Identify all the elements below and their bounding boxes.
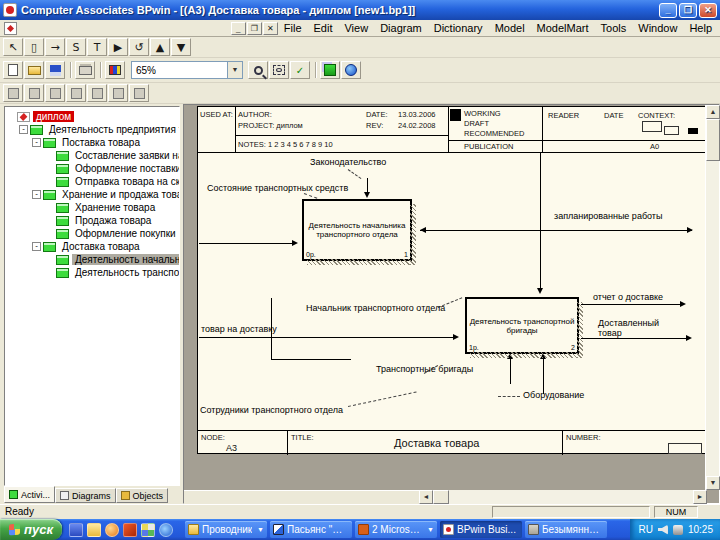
- color-button[interactable]: [105, 61, 125, 79]
- arrow-label-equipment[interactable]: Оборудование: [523, 390, 584, 400]
- tree-item[interactable]: - Отправка товара на склад: [5, 175, 179, 188]
- print-button[interactable]: [75, 61, 95, 79]
- mdi-minimize-button[interactable]: _: [231, 22, 246, 35]
- zoom-area-button[interactable]: [269, 61, 289, 79]
- tree-item[interactable]: - Составление заявки на пост: [5, 149, 179, 162]
- menu-dictionary[interactable]: Dictionary: [428, 21, 489, 35]
- web-publish-button[interactable]: [341, 61, 361, 79]
- text-tool-button[interactable]: T: [87, 38, 107, 56]
- horizontal-scrollbar[interactable]: ◄ ►: [419, 490, 707, 505]
- arrow-label-manager[interactable]: Начальник транспортного отдела: [306, 303, 445, 313]
- ql-folder-icon[interactable]: [87, 523, 101, 537]
- tree-expander[interactable]: -: [32, 190, 41, 199]
- lock-tool-button-2[interactable]: [24, 84, 44, 102]
- activity-green-tool-button-2[interactable]: [108, 84, 128, 102]
- tree-item[interactable]: - Оформление поставки товар: [5, 162, 179, 175]
- activity-box-manager[interactable]: Деятельность начальника транспортного от…: [302, 199, 412, 261]
- sibling-rotate-button[interactable]: ↺: [129, 38, 149, 56]
- arrow-label-vehicle-state[interactable]: Состояние транспортных средств: [207, 183, 348, 193]
- tree-item[interactable]: - Деятельность транспортной: [5, 266, 179, 279]
- scroll-left-button[interactable]: ◄: [419, 490, 433, 504]
- arrow-label-goods-for-delivery[interactable]: товар на доставку: [201, 324, 277, 334]
- horizontal-scroll-thumb[interactable]: [433, 490, 449, 504]
- pointer-tool-button[interactable]: ↖: [3, 38, 23, 56]
- tree-item[interactable]: - Деятельность начальника т: [5, 253, 179, 266]
- volume-icon[interactable]: [658, 525, 668, 535]
- tab-diagrams[interactable]: Diagrams: [55, 488, 116, 503]
- tree-item[interactable]: - Доставка товара: [5, 240, 179, 253]
- scroll-right-button[interactable]: ►: [693, 490, 707, 504]
- tab-activities[interactable]: Activi...: [4, 486, 55, 503]
- report-tool-button[interactable]: [66, 84, 86, 102]
- mdi-close-button[interactable]: ✕: [263, 22, 278, 35]
- tree-expander[interactable]: -: [19, 125, 28, 134]
- activity-green-tool-button-3[interactable]: [129, 84, 149, 102]
- save-button[interactable]: [45, 61, 65, 79]
- tree-expander[interactable]: -: [32, 242, 41, 251]
- zoom-dropdown-button[interactable]: ▼: [227, 62, 242, 78]
- tree-item[interactable]: - Хранение товара: [5, 201, 179, 214]
- taskbar-button-bpwin[interactable]: BPwin Busi... ▼: [440, 521, 522, 538]
- taskbar-button-solitaire[interactable]: Пасьянс "Паук" ▼: [270, 521, 352, 538]
- grid-tool-button[interactable]: [45, 84, 65, 102]
- menu-edit[interactable]: Edit: [308, 21, 339, 35]
- menu-file[interactable]: File: [278, 21, 308, 35]
- menu-tools[interactable]: Tools: [595, 21, 633, 35]
- arrow-label-delivery-report[interactable]: отчет о доставке: [593, 292, 663, 302]
- ql-ie-icon[interactable]: [159, 523, 173, 537]
- menu-model[interactable]: Model: [489, 21, 531, 35]
- arrow-tool-button[interactable]: →: [45, 38, 65, 56]
- scroll-down-button[interactable]: ▼: [706, 476, 720, 490]
- arrow-label-planned-works[interactable]: запланированные работы: [554, 211, 662, 221]
- squiggle-tool-button[interactable]: S: [66, 38, 86, 56]
- open-file-button[interactable]: [24, 61, 44, 79]
- tree-item[interactable]: - Хранение и продажа товара: [5, 188, 179, 201]
- model-explorer-button[interactable]: [320, 61, 340, 79]
- activity-box-tool-button[interactable]: ▯: [24, 38, 44, 56]
- tree-item[interactable]: - Деятельность предприятия торгов: [5, 123, 179, 136]
- spell-check-button[interactable]: ✓: [290, 61, 310, 79]
- tree-item-model[interactable]: - диплом: [5, 110, 179, 123]
- tree-expander[interactable]: -: [32, 138, 41, 147]
- arrow-label-transport-crews[interactable]: Транспортные бригады: [376, 364, 473, 374]
- taskbar-button-office[interactable]: 2 Microsoft... ▼: [355, 521, 437, 538]
- menu-modelmart[interactable]: ModelMart: [531, 21, 595, 35]
- new-file-button[interactable]: [3, 61, 23, 79]
- horizontal-scroll-track[interactable]: [449, 490, 693, 505]
- zoom-in-button[interactable]: [248, 61, 268, 79]
- restore-button[interactable]: ❐: [679, 3, 697, 18]
- menu-view[interactable]: View: [338, 21, 374, 35]
- activity-green-tool-button-1[interactable]: [87, 84, 107, 102]
- ql-media-icon[interactable]: [123, 523, 137, 537]
- activity-box-crew[interactable]: Деятельность транспортной бригады 1р. 2: [465, 297, 579, 354]
- arrow-label-legislation[interactable]: Законодательство: [310, 157, 386, 167]
- close-button[interactable]: ✕: [699, 3, 717, 18]
- ql-desktop-icon[interactable]: [141, 523, 155, 537]
- menu-diagram[interactable]: Diagram: [374, 21, 428, 35]
- scroll-up-button[interactable]: ▲: [706, 105, 720, 119]
- start-button[interactable]: пуск: [0, 519, 62, 540]
- arrow-label-delivered-goods[interactable]: Доставленный товар: [598, 318, 678, 338]
- minimize-button[interactable]: _: [659, 3, 677, 18]
- language-indicator[interactable]: RU: [639, 524, 653, 535]
- ql-floppy-icon[interactable]: [69, 523, 83, 537]
- tab-objects[interactable]: Objects: [116, 488, 169, 503]
- menu-help[interactable]: Help: [683, 21, 718, 35]
- arrow-label-staff[interactable]: Сотрудники транспортного отдела: [200, 405, 343, 415]
- vertical-scroll-thumb[interactable]: [706, 119, 720, 161]
- tree-item[interactable]: - Продажа товара: [5, 214, 179, 227]
- taskbar-button-explorer[interactable]: Проводник ▼: [185, 521, 267, 538]
- go-down-button[interactable]: ▼: [171, 38, 191, 56]
- go-child-button[interactable]: ▶: [108, 38, 128, 56]
- mdi-restore-button[interactable]: ❐: [247, 22, 262, 35]
- ql-ball-icon[interactable]: [105, 523, 119, 537]
- menu-window[interactable]: Window: [632, 21, 683, 35]
- clock[interactable]: 10:25: [688, 524, 713, 535]
- go-up-button[interactable]: ▲: [150, 38, 170, 56]
- taskbar-button-paint[interactable]: Безымянный -... ▼: [525, 521, 607, 538]
- lock-tool-button-1[interactable]: [3, 84, 23, 102]
- vertical-scrollbar[interactable]: ▲ ▼: [705, 105, 719, 490]
- zoom-combo[interactable]: 65% ▼: [131, 61, 243, 79]
- tree-item[interactable]: - Оформление покупки: [5, 227, 179, 240]
- tree-item[interactable]: - Поставка товара: [5, 136, 179, 149]
